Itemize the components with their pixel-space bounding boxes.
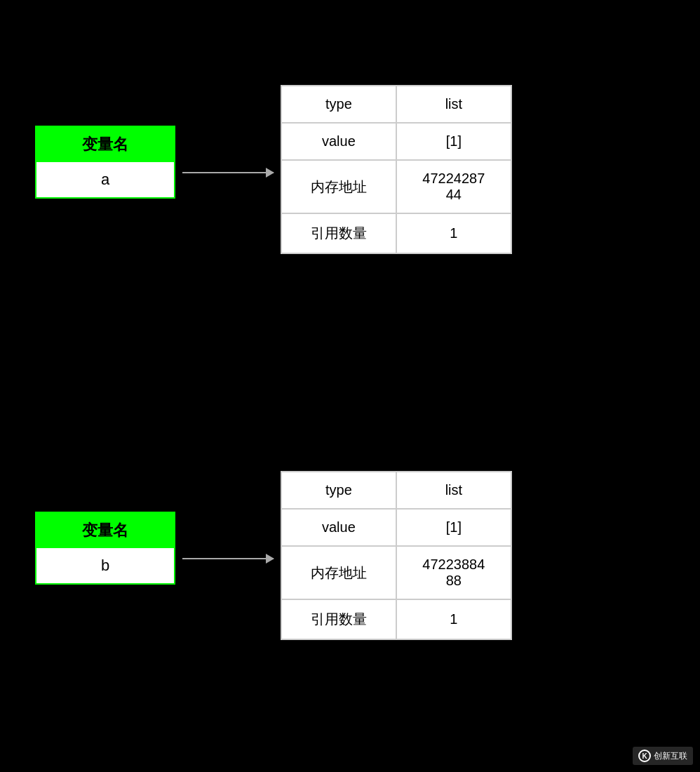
table-row: type list: [281, 86, 511, 123]
value-value-1: [1]: [396, 123, 511, 160]
memory-block-2: 内存中的数据 type list value [1] 内存地址 47223884…: [281, 456, 512, 640]
table-row: value [1]: [281, 509, 511, 546]
memory-title-row-2: 内存中的数据: [281, 456, 511, 472]
table-row: 引用数量 1: [281, 599, 511, 639]
value-type-2: list: [396, 472, 511, 509]
var-value-b: b: [36, 548, 174, 583]
key-addr-2: 内存地址: [281, 546, 396, 599]
table-row: value [1]: [281, 123, 511, 160]
var-header-2: 变量名: [36, 513, 174, 548]
key-ref-2: 引用数量: [281, 599, 396, 639]
key-addr-1: 内存地址: [281, 160, 396, 213]
key-ref-1: 引用数量: [281, 213, 396, 253]
value-type-1: list: [396, 86, 511, 123]
memory-title-row-1: 内存中的数据: [281, 70, 511, 86]
memory-title-1: 内存中的数据: [281, 70, 511, 86]
table-row: 内存地址 4722428744: [281, 160, 511, 213]
table-row: type list: [281, 472, 511, 509]
value-ref-2: 1: [396, 599, 511, 639]
watermark-text: 创新互联: [654, 750, 687, 762]
variable-box-b: 变量名 b: [35, 512, 175, 585]
variable-box-a: 变量名 a: [35, 126, 175, 199]
var-value-a: a: [36, 162, 174, 197]
key-type-1: type: [281, 86, 396, 123]
key-type-2: type: [281, 472, 396, 509]
memory-title-2: 内存中的数据: [281, 456, 511, 472]
memory-table-1: 内存中的数据 type list value [1] 内存地址 47224287…: [281, 70, 512, 254]
key-value-1: value: [281, 123, 396, 160]
memory-block-1: 内存中的数据 type list value [1] 内存地址 47224287…: [281, 70, 512, 254]
value-addr-1: 4722428744: [396, 160, 511, 213]
value-value-2: [1]: [396, 509, 511, 546]
value-addr-2: 4722388488: [396, 546, 511, 599]
watermark-icon: K: [638, 750, 651, 762]
memory-table-2: 内存中的数据 type list value [1] 内存地址 47223884…: [281, 456, 512, 640]
watermark-icon-text: K: [642, 752, 647, 760]
value-ref-1: 1: [396, 213, 511, 253]
var-header-1: 变量名: [36, 127, 174, 162]
table-row: 内存地址 4722388488: [281, 546, 511, 599]
diagram-2: 变量名 b 内存中的数据 type list value [1] 内存地址 47…: [35, 456, 512, 640]
arrow-1: [182, 172, 274, 173]
diagram-1: 变量名 a 内存中的数据 type list value [1] 内存地址 47…: [35, 70, 512, 254]
key-value-2: value: [281, 509, 396, 546]
table-row: 引用数量 1: [281, 213, 511, 253]
arrow-2: [182, 558, 274, 559]
watermark: K 创新互联: [633, 747, 693, 765]
